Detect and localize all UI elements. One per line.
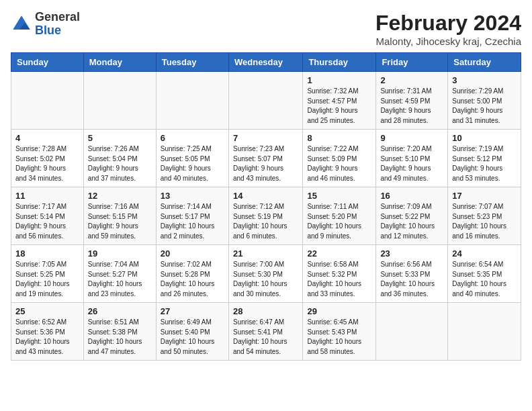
calendar-cell: 29Sunrise: 6:45 AM Sunset: 5:43 PM Dayli… [303, 303, 376, 361]
calendar-cell: 24Sunrise: 6:54 AM Sunset: 5:35 PM Dayli… [448, 245, 521, 303]
day-info: Sunrise: 6:52 AM Sunset: 5:36 PM Dayligh… [15, 318, 79, 357]
calendar-cell: 26Sunrise: 6:51 AM Sunset: 5:38 PM Dayli… [83, 303, 156, 361]
day-info: Sunrise: 7:29 AM Sunset: 5:00 PM Dayligh… [452, 87, 517, 126]
day-info: Sunrise: 7:11 AM Sunset: 5:20 PM Dayligh… [307, 202, 371, 241]
day-info: Sunrise: 6:56 AM Sunset: 5:33 PM Dayligh… [380, 260, 443, 299]
calendar-cell: 28Sunrise: 6:47 AM Sunset: 5:41 PM Dayli… [228, 303, 302, 361]
day-info: Sunrise: 7:19 AM Sunset: 5:12 PM Dayligh… [452, 144, 517, 183]
day-info: Sunrise: 7:04 AM Sunset: 5:27 PM Dayligh… [88, 260, 152, 299]
day-info: Sunrise: 7:26 AM Sunset: 5:04 PM Dayligh… [88, 144, 152, 183]
day-info: Sunrise: 7:16 AM Sunset: 5:15 PM Dayligh… [88, 202, 152, 241]
day-number: 18 [15, 248, 79, 259]
day-number: 14 [233, 191, 298, 201]
day-info: Sunrise: 7:20 AM Sunset: 5:10 PM Dayligh… [380, 144, 443, 183]
day-info: Sunrise: 6:58 AM Sunset: 5:32 PM Dayligh… [307, 260, 371, 299]
calendar-cell: 8Sunrise: 7:22 AM Sunset: 5:09 PM Daylig… [303, 130, 376, 187]
logo: General Blue [11, 11, 80, 38]
calendar-cell: 27Sunrise: 6:49 AM Sunset: 5:40 PM Dayli… [156, 303, 228, 361]
day-info: Sunrise: 7:07 AM Sunset: 5:23 PM Dayligh… [452, 202, 517, 241]
day-number: 15 [307, 191, 371, 201]
day-info: Sunrise: 7:14 AM Sunset: 5:17 PM Dayligh… [161, 202, 224, 241]
day-number: 13 [161, 191, 224, 201]
calendar-cell: 10Sunrise: 7:19 AM Sunset: 5:12 PM Dayli… [448, 130, 521, 187]
day-info: Sunrise: 6:51 AM Sunset: 5:38 PM Dayligh… [88, 318, 152, 357]
day-number: 4 [15, 133, 79, 143]
calendar-cell: 22Sunrise: 6:58 AM Sunset: 5:32 PM Dayli… [303, 245, 376, 303]
day-info: Sunrise: 7:05 AM Sunset: 5:25 PM Dayligh… [15, 260, 79, 299]
logo-icon [11, 13, 32, 35]
day-info: Sunrise: 7:32 AM Sunset: 4:57 PM Dayligh… [307, 87, 371, 126]
day-header-sunday: Sunday [11, 53, 84, 72]
day-header-monday: Monday [83, 53, 156, 72]
page-header: General Blue February 2024 Malonty, Jiho… [11, 11, 521, 47]
calendar-cell [448, 303, 521, 361]
day-number: 27 [161, 306, 224, 316]
day-info: Sunrise: 7:22 AM Sunset: 5:09 PM Dayligh… [307, 144, 371, 183]
calendar-cell: 20Sunrise: 7:02 AM Sunset: 5:28 PM Dayli… [156, 245, 228, 303]
day-info: Sunrise: 7:09 AM Sunset: 5:22 PM Dayligh… [380, 202, 443, 241]
location: Malonty, Jihocesky kraj, Czechia [375, 36, 521, 47]
day-info: Sunrise: 7:23 AM Sunset: 5:07 PM Dayligh… [233, 144, 298, 183]
day-header-friday: Friday [376, 53, 448, 72]
calendar-cell: 25Sunrise: 6:52 AM Sunset: 5:36 PM Dayli… [11, 303, 84, 361]
logo-text: General Blue [35, 11, 80, 38]
day-number: 20 [161, 248, 224, 259]
calendar-cell: 14Sunrise: 7:12 AM Sunset: 5:19 PM Dayli… [228, 187, 302, 245]
calendar-cell [376, 303, 448, 361]
day-number: 7 [233, 133, 298, 143]
day-number: 24 [452, 248, 517, 259]
calendar-cell: 23Sunrise: 6:56 AM Sunset: 5:33 PM Dayli… [376, 245, 448, 303]
day-header-wednesday: Wednesday [228, 53, 302, 72]
day-number: 8 [307, 133, 371, 143]
month-year: February 2024 [375, 11, 521, 36]
calendar-cell: 3Sunrise: 7:29 AM Sunset: 5:00 PM Daylig… [448, 72, 521, 130]
day-info: Sunrise: 6:49 AM Sunset: 5:40 PM Dayligh… [161, 318, 224, 357]
day-info: Sunrise: 7:31 AM Sunset: 4:59 PM Dayligh… [380, 87, 443, 126]
title-block: February 2024 Malonty, Jihocesky kraj, C… [375, 11, 521, 47]
day-number: 26 [88, 306, 152, 316]
calendar-cell: 19Sunrise: 7:04 AM Sunset: 5:27 PM Dayli… [83, 245, 156, 303]
day-number: 21 [233, 248, 298, 259]
day-number: 17 [452, 191, 517, 201]
calendar-week-4: 18Sunrise: 7:05 AM Sunset: 5:25 PM Dayli… [11, 245, 521, 303]
calendar-cell: 11Sunrise: 7:17 AM Sunset: 5:14 PM Dayli… [11, 187, 84, 245]
calendar-cell: 21Sunrise: 7:00 AM Sunset: 5:30 PM Dayli… [228, 245, 302, 303]
day-header-tuesday: Tuesday [156, 53, 228, 72]
calendar-table: SundayMondayTuesdayWednesdayThursdayFrid… [11, 52, 521, 361]
day-number: 29 [307, 306, 371, 316]
calendar-week-1: 1Sunrise: 7:32 AM Sunset: 4:57 PM Daylig… [11, 72, 521, 130]
day-number: 1 [307, 75, 371, 85]
calendar-cell: 9Sunrise: 7:20 AM Sunset: 5:10 PM Daylig… [376, 130, 448, 187]
day-info: Sunrise: 7:12 AM Sunset: 5:19 PM Dayligh… [233, 202, 298, 241]
day-number: 22 [307, 248, 371, 259]
day-info: Sunrise: 7:02 AM Sunset: 5:28 PM Dayligh… [161, 260, 224, 299]
day-number: 10 [452, 133, 517, 143]
calendar-cell: 7Sunrise: 7:23 AM Sunset: 5:07 PM Daylig… [228, 130, 302, 187]
day-number: 25 [15, 306, 79, 316]
day-number: 12 [88, 191, 152, 201]
day-info: Sunrise: 7:17 AM Sunset: 5:14 PM Dayligh… [15, 202, 79, 241]
day-info: Sunrise: 6:54 AM Sunset: 5:35 PM Dayligh… [452, 260, 517, 299]
calendar-cell: 2Sunrise: 7:31 AM Sunset: 4:59 PM Daylig… [376, 72, 448, 130]
calendar-cell: 18Sunrise: 7:05 AM Sunset: 5:25 PM Dayli… [11, 245, 84, 303]
calendar-cell: 6Sunrise: 7:25 AM Sunset: 5:05 PM Daylig… [156, 130, 228, 187]
calendar-cell: 5Sunrise: 7:26 AM Sunset: 5:04 PM Daylig… [83, 130, 156, 187]
calendar-body: 1Sunrise: 7:32 AM Sunset: 4:57 PM Daylig… [11, 72, 521, 361]
calendar-cell [156, 72, 228, 130]
calendar-cell: 15Sunrise: 7:11 AM Sunset: 5:20 PM Dayli… [303, 187, 376, 245]
calendar-cell: 17Sunrise: 7:07 AM Sunset: 5:23 PM Dayli… [448, 187, 521, 245]
calendar-cell [228, 72, 302, 130]
day-info: Sunrise: 6:45 AM Sunset: 5:43 PM Dayligh… [307, 318, 371, 357]
calendar-cell: 13Sunrise: 7:14 AM Sunset: 5:17 PM Dayli… [156, 187, 228, 245]
calendar-cell [11, 72, 84, 130]
calendar-cell: 16Sunrise: 7:09 AM Sunset: 5:22 PM Dayli… [376, 187, 448, 245]
day-number: 28 [233, 306, 298, 316]
calendar-week-2: 4Sunrise: 7:28 AM Sunset: 5:02 PM Daylig… [11, 130, 521, 187]
day-number: 3 [452, 75, 517, 85]
day-number: 9 [380, 133, 443, 143]
day-number: 5 [88, 133, 152, 143]
day-info: Sunrise: 7:28 AM Sunset: 5:02 PM Dayligh… [15, 144, 79, 183]
day-header-saturday: Saturday [448, 53, 521, 72]
calendar-cell: 4Sunrise: 7:28 AM Sunset: 5:02 PM Daylig… [11, 130, 84, 187]
day-header-thursday: Thursday [303, 53, 376, 72]
